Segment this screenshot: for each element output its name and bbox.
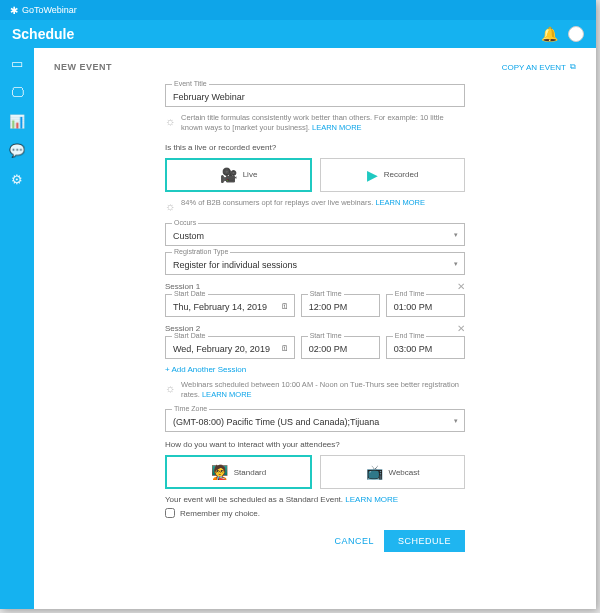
lightbulb-icon: ☼	[165, 114, 175, 133]
session2-end-value: 03:00 PM	[394, 344, 433, 354]
remember-choice[interactable]: Remember my choice.	[165, 508, 465, 518]
calendar-icon: 🗓	[281, 344, 289, 353]
new-event-heading: NEW EVENT	[54, 62, 112, 72]
live-question: Is this a live or recorded event?	[165, 143, 465, 152]
page-title: Schedule	[12, 26, 74, 42]
session1-start-value: 12:00 PM	[309, 302, 348, 312]
remember-label: Remember my choice.	[180, 509, 260, 518]
add-session-link[interactable]: + Add Another Session	[165, 365, 465, 374]
live-option[interactable]: 🎥 Live	[165, 158, 312, 192]
bell-icon[interactable]: 🔔	[541, 26, 558, 42]
standard-event-line: Your event will be scheduled as a Standa…	[165, 495, 465, 504]
session2-end-label: End Time	[393, 332, 427, 339]
session2-start-field[interactable]: Start Time 02:00 PM	[301, 336, 380, 359]
session2-date-value: Wed, February 20, 2019	[173, 344, 270, 354]
logo-icon: ✱	[10, 5, 18, 16]
product-bar: ✱ GoToWebinar	[0, 0, 596, 20]
session1-date-label: Start Date	[172, 290, 208, 297]
webcast-label: Webcast	[389, 468, 420, 477]
page-header: Schedule 🔔	[0, 20, 596, 48]
tip2-text: 84% of B2B consumers opt for replays ove…	[181, 198, 373, 207]
standard-label: Standard	[234, 468, 266, 477]
main-panel: NEW EVENT COPY AN EVENT ⧉ Event Title ☼ …	[34, 48, 596, 609]
schedule-button[interactable]: SCHEDULE	[384, 530, 465, 552]
standard-option[interactable]: 🧑‍🏫 Standard	[165, 455, 312, 489]
chevron-down-icon: ▾	[454, 260, 458, 268]
interact-question: How do you want to interact with your at…	[165, 440, 465, 449]
session1-date-field[interactable]: Start Date Thu, February 14, 2019 🗓	[165, 294, 295, 317]
occurs-label: Occurs	[172, 219, 198, 226]
replay-tip: ☼ 84% of B2B consumers opt for replays o…	[165, 198, 465, 213]
regtype-label: Registration Type	[172, 248, 230, 255]
session2-end-field[interactable]: End Time 03:00 PM	[386, 336, 465, 359]
copy-event-link[interactable]: COPY AN EVENT ⧉	[502, 62, 576, 72]
settings-icon[interactable]: ⚙	[11, 172, 23, 187]
cancel-button[interactable]: CANCEL	[334, 536, 374, 546]
event-title-input[interactable]	[173, 92, 457, 102]
avatar[interactable]	[568, 26, 584, 42]
lightbulb-icon: ☼	[165, 199, 175, 213]
session1-end-label: End Time	[393, 290, 427, 297]
dashboard-icon[interactable]: ▭	[11, 56, 23, 71]
title-tip: ☼ Certain title formulas consistently wo…	[165, 113, 465, 133]
sidebar: ▭ 🖵 📊 💬 ⚙	[0, 48, 34, 609]
lightbulb-icon: ☼	[165, 381, 175, 400]
stdline-text: Your event will be scheduled as a Standa…	[165, 495, 343, 504]
tip2-more-link[interactable]: LEARN MORE	[375, 198, 425, 207]
chevron-down-icon: ▾	[454, 417, 458, 425]
standard-icon: 🧑‍🏫	[211, 464, 228, 480]
session2-date-label: Start Date	[172, 332, 208, 339]
recorded-option[interactable]: ▶ Recorded	[320, 158, 465, 192]
tz-value: (GMT-08:00) Pacific Time (US and Canada)…	[173, 417, 379, 427]
session1-start-label: Start Time	[308, 290, 344, 297]
session1-end-value: 01:00 PM	[394, 302, 433, 312]
session1-start-field[interactable]: Start Time 12:00 PM	[301, 294, 380, 317]
webcast-option[interactable]: 📺 Webcast	[320, 455, 465, 489]
brand-name: GoToWebinar	[22, 5, 77, 15]
calendar-icon: 🗓	[281, 302, 289, 311]
remember-checkbox[interactable]	[165, 508, 175, 518]
session2-start-value: 02:00 PM	[309, 344, 348, 354]
remove-session1-button[interactable]: ✕	[457, 281, 465, 292]
remove-session2-button[interactable]: ✕	[457, 323, 465, 334]
tip1-more-link[interactable]: LEARN MORE	[312, 123, 362, 132]
stdline-more-link[interactable]: LEARN MORE	[345, 495, 398, 504]
copy-event-label: COPY AN EVENT	[502, 63, 566, 72]
chat-icon[interactable]: 💬	[9, 143, 25, 158]
session1-date-value: Thu, February 14, 2019	[173, 302, 267, 312]
webcast-icon: 📺	[366, 464, 383, 480]
copy-icon: ⧉	[570, 62, 576, 72]
session1-end-field[interactable]: End Time 01:00 PM	[386, 294, 465, 317]
live-icon: 🎥	[220, 167, 237, 183]
recorded-icon: ▶	[367, 167, 378, 183]
tip3-more-link[interactable]: LEARN MORE	[202, 390, 252, 399]
monitor-icon[interactable]: 🖵	[11, 85, 24, 100]
event-title-label: Event Title	[172, 80, 209, 87]
analytics-icon[interactable]: 📊	[9, 114, 25, 129]
regtype-value: Register for individual sessions	[173, 260, 297, 270]
recorded-label: Recorded	[384, 170, 419, 179]
occurs-value: Custom	[173, 231, 204, 241]
event-title-field[interactable]: Event Title	[165, 84, 465, 107]
chevron-down-icon: ▾	[454, 231, 458, 239]
registration-type-select[interactable]: Registration Type Register for individua…	[165, 252, 465, 275]
timezone-select[interactable]: Time Zone (GMT-08:00) Pacific Time (US a…	[165, 409, 465, 432]
session2-start-label: Start Time	[308, 332, 344, 339]
live-label: Live	[243, 170, 258, 179]
schedule-tip: ☼ Webinars scheduled between 10:00 AM - …	[165, 380, 465, 400]
occurs-select[interactable]: Occurs Custom ▾	[165, 223, 465, 246]
session2-date-field[interactable]: Start Date Wed, February 20, 2019 🗓	[165, 336, 295, 359]
tz-label: Time Zone	[172, 405, 209, 412]
